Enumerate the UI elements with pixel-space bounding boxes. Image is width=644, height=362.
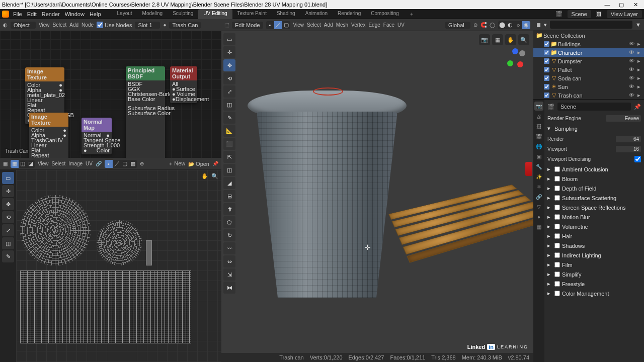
tool-spin[interactable]: ↻ [223,229,235,241]
panel-simplify[interactable]: ▸Simplify [547,269,641,279]
ptab-physics[interactable]: ⚛ [534,182,543,191]
tab-sculpting[interactable]: Sculpting [168,9,198,19]
uv-island-handle[interactable] [146,240,152,265]
tool-cursor[interactable]: ✛ [223,46,235,58]
uv-menu-select[interactable]: Select [52,161,66,166]
tool-annotate[interactable]: ✎ [223,112,235,124]
editor-type-icon[interactable]: ◐ [3,22,8,28]
node-material-output[interactable]: Material Output All ●Surface ●Volume ●Di… [170,66,197,103]
mesh-select-mode[interactable]: ▪／▢ [266,21,290,29]
node-menu-select[interactable]: Select [53,22,67,28]
tab-compositing[interactable]: Compositing [366,9,404,19]
ptab-object[interactable]: ▣ [534,152,543,161]
outliner-item-pallet[interactable]: ▽Pallet👁▸ [533,65,644,74]
uv-island-body[interactable] [20,270,191,343]
outliner-search-input[interactable] [550,21,632,29]
vp-menu-face[interactable]: Face [383,22,394,28]
tab-texture-paint[interactable]: Texture Paint [232,9,272,19]
menu-file[interactable]: File [13,11,22,17]
editor-type-icon[interactable]: ▦ [3,161,8,166]
zoom-icon[interactable]: 🔍 [211,173,218,179]
node-menu-view[interactable]: View [39,22,50,28]
viewport-denoise-checkbox[interactable] [634,156,641,162]
uv-island-lid[interactable] [20,195,91,265]
menu-render[interactable]: Render [42,11,60,17]
ptab-particles[interactable]: ✨ [534,172,543,181]
panel-hair[interactable]: ▸Hair [547,231,641,241]
viewlayer-field[interactable]: View Layer [607,10,642,18]
panel-subsurface-scattering[interactable]: ▸Subsurface Scattering [547,193,641,203]
menu-help[interactable]: Help [90,11,101,17]
pivot-icon[interactable]: ⊕ [140,161,144,166]
outliner-item-trash-can[interactable]: ▽Trash can👁▸ [533,91,644,100]
ptab-render[interactable]: 📷 [534,102,543,111]
tool-transform[interactable]: ◫ [2,237,14,249]
shading-mode[interactable]: ⬤◐○◉ [498,21,530,29]
tab-layout[interactable]: Layout [112,9,137,19]
navigation-gizmo[interactable] [504,47,526,69]
ptab-output[interactable]: 🖨 [534,112,543,121]
node-image-texture-2[interactable]: Image Texture Color● Alpha● TrashCanUV L… [29,113,68,158]
ptab-constraints[interactable]: 🔗 [534,192,543,201]
editor-type-icon[interactable]: ⬚ [224,22,229,28]
ptab-viewlayer[interactable]: 🖼 [534,122,543,131]
viewport-scene[interactable]: ✛ [221,31,533,362]
tool-knife[interactable]: 🗡 [223,203,235,215]
tool-inset[interactable]: ◫ [223,164,235,176]
ptab-scene[interactable]: 🎬 [534,132,543,141]
filter-icon[interactable]: ▼ [635,22,641,28]
tool-move[interactable]: ✥ [223,59,235,71]
sync-icon[interactable]: 🔗 [96,161,102,166]
object-soda-can[interactable] [525,162,532,176]
tool-add-cube[interactable]: ⬛ [223,138,235,150]
tab-modeling[interactable]: Modeling [137,9,168,19]
proportional-edit[interactable]: ◯ [490,22,495,28]
tool-shrink[interactable]: ⇲ [223,268,235,281]
uv-menu-image[interactable]: Image [68,161,83,166]
panel-bloom[interactable]: ▸Bloom [547,174,641,184]
panel-freestyle[interactable]: ▸Freestyle [547,279,641,289]
outliner[interactable]: ≣ ▾ ▼ 📁Scene Collection📁Buildings👁▸📁Char… [533,19,644,100]
pivot-dropdown[interactable]: ⊙ [473,22,477,28]
tool-scale[interactable]: ⤢ [223,85,235,98]
pin-icon[interactable]: 📌 [212,161,218,166]
uv-island-base[interactable] [97,220,142,265]
vp-menu-select[interactable]: Select [307,22,321,28]
render-samples-field[interactable]: 64 [616,136,641,142]
tab-add[interactable]: ＋ [404,9,419,19]
shader-type-dropdown[interactable]: Object [11,22,36,29]
tool-rip[interactable]: ⧓ [223,282,235,294]
menu-window[interactable]: Window [65,11,85,17]
tool-rotate[interactable]: ⟲ [2,211,14,223]
vp-menu-edge[interactable]: Edge [368,22,380,28]
tab-rendering[interactable]: Rendering [333,9,366,19]
tab-uv-editing[interactable]: UV Editing [198,9,232,19]
vp-menu-mesh[interactable]: Mesh [336,22,348,28]
use-nodes-checkbox[interactable]: Use Nodes [97,22,132,28]
panel-shadows[interactable]: ▸Shadows [547,241,641,250]
ptab-material[interactable]: ● [534,212,543,221]
tool-poly-build[interactable]: ⬠ [223,216,235,228]
tool-cursor[interactable]: ✛ [2,185,14,197]
vp-menu-vertex[interactable]: Vertex [351,22,365,28]
vp-menu-add[interactable]: Add [324,22,333,28]
tool-scale[interactable]: ⤢ [2,224,14,236]
menu-edit[interactable]: Edit [27,11,37,17]
gizmo-zoom-icon[interactable]: 🔍 [518,34,529,45]
outliner-item-dumpster[interactable]: ▽Dumpster👁▸ [533,57,644,65]
gizmo-perspective-icon[interactable]: ▦ [492,34,503,45]
tool-move[interactable]: ✥ [2,198,14,210]
tool-bevel[interactable]: ◢ [223,177,235,189]
material-name-field[interactable]: Trash Can [169,22,201,29]
mode-dropdown[interactable]: Edit Mode [232,22,263,29]
window-close-button[interactable]: ✕ [629,2,642,8]
tool-edge-slide[interactable]: ⇔ [223,255,235,267]
outliner-root[interactable]: 📁Scene Collection [533,31,644,40]
panel-indirect-lighting[interactable]: ▸Indirect Lighting [547,250,641,260]
ptab-world[interactable]: 🌐 [534,142,543,151]
ptab-mesh[interactable]: ▽ [534,202,543,211]
ptab-modifiers[interactable]: 🔧 [534,162,543,171]
scene-field[interactable]: Scene [568,10,591,18]
vp-menu-view[interactable]: View [293,22,304,28]
tool-annotate[interactable]: ✎ [2,250,14,262]
